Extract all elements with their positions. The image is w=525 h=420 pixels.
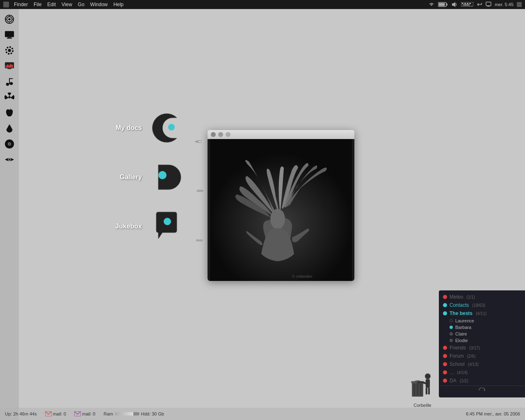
contact-group-forum[interactable]: Forum (2/6): [439, 352, 525, 360]
svg-point-52: [425, 373, 431, 379]
apple-menu-icon: [3, 2, 9, 7]
elodie-dot: [450, 339, 453, 342]
thebests-count: (4/11): [476, 311, 486, 316]
sidebar-apple-icon[interactable]: [3, 107, 16, 119]
misc-status-dot: [443, 370, 447, 374]
svg-rect-23: [7, 38, 12, 39]
contact-group-da[interactable]: DA (1/2): [439, 377, 525, 385]
svg-rect-7: [464, 3, 466, 4]
menu-right-icons: mer. 5:45: [428, 2, 522, 7]
dock-mydocs[interactable]: My docs: [109, 112, 183, 144]
dock-mydocs-label: My docs: [109, 124, 142, 132]
sidebar-music-icon[interactable]: [3, 75, 16, 88]
dock-jukebox-label: Jukebox: [109, 223, 142, 230]
sidebar-droplet-icon[interactable]: [3, 122, 16, 135]
svg-rect-35: [9, 78, 10, 84]
contacts-status-dot: [443, 303, 447, 307]
contact-group-friends[interactable]: Friends (3/17): [439, 344, 525, 352]
dock-gallery-icon: [150, 161, 183, 194]
menu-view[interactable]: View: [62, 2, 72, 7]
dock-mydocs-icon: [150, 112, 183, 144]
sidebar-gear-icon[interactable]: [3, 44, 16, 57]
menubar: Finder File Edit View Go Window Help: [0, 0, 525, 9]
contact-group-contacts[interactable]: Contacts (18/63): [439, 301, 525, 309]
svg-rect-13: [517, 2, 522, 7]
svg-point-42: [9, 159, 10, 160]
misc-name: ...: [450, 370, 454, 375]
taskbar-mail1-group: mail: 0: [45, 411, 66, 416]
contact-sub-elodie[interactable]: Elodie: [439, 337, 525, 344]
taskbar-ram-group: Ram Hdd: 30 Gb: [103, 411, 164, 416]
mail2-icon: [74, 411, 81, 416]
svg-rect-36: [9, 78, 13, 79]
forum-status-dot: [443, 354, 447, 358]
wifi-icon: [428, 2, 435, 7]
contact-group-meteo[interactable]: Meteo (1/1): [439, 293, 525, 301]
dock-jukebox[interactable]: Jukebox: [109, 210, 183, 243]
svg-rect-11: [486, 2, 491, 6]
contact-sub-claire[interactable]: Claire: [439, 331, 525, 337]
taskbar-ram-label: Ram: [103, 411, 113, 416]
corbeille[interactable]: Corbeille: [410, 372, 435, 408]
ram-bar: [115, 412, 139, 415]
corbeille-icon: [410, 372, 435, 401]
contact-sub-barbara[interactable]: Barbara: [439, 324, 525, 331]
contacts-count: (18/63): [472, 303, 485, 308]
sidebar-monitor-icon[interactable]: [3, 29, 16, 41]
laurence-name: Laurence: [455, 318, 474, 323]
school-name: School: [450, 361, 465, 367]
mail1-icon: [45, 411, 52, 416]
clock-display: mer. 5:45: [495, 2, 514, 7]
svg-point-43: [168, 124, 175, 130]
svg-rect-21: [5, 31, 14, 37]
svg-point-49: [270, 209, 285, 229]
svg-rect-12: [487, 6, 490, 7]
svg-marker-4: [452, 2, 455, 7]
svg-point-46: [164, 218, 171, 225]
misc-count: (4/14): [457, 370, 468, 375]
svg-text:© crétenden: © crétenden: [292, 274, 312, 278]
laurence-dot: [450, 319, 453, 322]
svg-rect-22: [7, 37, 11, 38]
window-minimize-btn[interactable]: [218, 132, 223, 137]
thebests-status-dot: [443, 311, 447, 315]
claire-name: Claire: [455, 331, 467, 336]
sidebar-monitor-bar-icon[interactable]: [3, 60, 16, 72]
sidebar: [0, 9, 19, 420]
sound-icon: [451, 2, 458, 7]
menu-go[interactable]: Go: [78, 2, 84, 7]
menu-file[interactable]: File: [34, 2, 41, 7]
window-maximize-btn[interactable]: [226, 132, 231, 137]
taskbar: Up: 2h 46m 44s mail: 0 mail: 0 Ram Hdd: …: [0, 408, 525, 420]
svg-rect-30: [10, 64, 11, 67]
dock-gallery-label: Gallery: [109, 173, 142, 181]
taskbar-mail1: mail: 0: [53, 411, 66, 416]
sidebar-radiation-icon[interactable]: [3, 91, 16, 103]
contact-group-thebests[interactable]: The bests (4/11): [439, 309, 525, 317]
svg-rect-27: [6, 66, 7, 68]
menu-help[interactable]: Help: [114, 2, 124, 7]
menu-window[interactable]: Window: [90, 2, 108, 7]
contact-group-misc[interactable]: ... (4/14): [439, 368, 525, 377]
sidebar-target-icon[interactable]: [3, 13, 16, 25]
svg-point-16: [8, 18, 11, 21]
menu-edit[interactable]: Edit: [47, 2, 56, 7]
dock-gallery[interactable]: Gallery: [109, 161, 183, 194]
contact-group-school[interactable]: School (4/13): [439, 360, 525, 368]
photo-content: © crétenden: [208, 139, 354, 281]
sidebar-disc-icon[interactable]: [3, 138, 16, 150]
school-status-dot: [443, 362, 447, 366]
sidebar-eye-icon[interactable]: [3, 153, 16, 166]
menu-finder[interactable]: Finder: [14, 2, 28, 7]
svg-rect-31: [12, 65, 13, 67]
taskbar-uptime: Up: 2h 46m 44s: [5, 411, 37, 416]
meteo-count: (1/1): [466, 295, 475, 299]
svg-rect-55: [428, 388, 430, 395]
window-close-btn[interactable]: [211, 132, 216, 137]
contact-sub-laurence[interactable]: Laurence: [439, 317, 525, 324]
svg-rect-54: [426, 388, 427, 395]
svg-point-34: [10, 82, 13, 85]
contacts-panel-refresh-icon[interactable]: [478, 388, 486, 393]
svg-rect-32: [7, 68, 11, 69]
svg-rect-2: [446, 4, 447, 6]
